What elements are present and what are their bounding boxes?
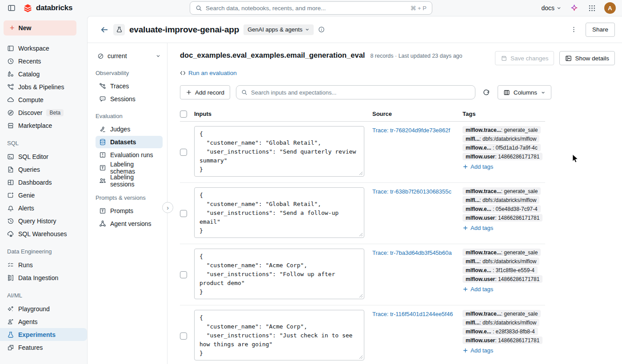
dataset-meta: 8 records · Last updated 23 days ago <box>370 53 462 59</box>
tag-pill[interactable]: mlflow.e... : 05e48d38-7c97-4 <box>463 205 541 213</box>
subnav-item-prompts[interactable]: Prompts <box>96 205 163 217</box>
sidebar-item-discover[interactable]: Discover Beta <box>0 106 87 119</box>
tag-pill[interactable]: mlflow.user: 14866286171781 <box>463 153 542 160</box>
tag-key: mlflow.trace... <box>466 188 501 194</box>
tag-pill[interactable]: mlflow.user: 14866286171781 <box>463 275 542 283</box>
add-tags-link[interactable]: Add tags <box>463 286 493 293</box>
trace-link[interactable]: Trace: tr-7ba3d64db3f545b60a <box>372 249 452 256</box>
tag-pill[interactable]: mlflow.e... : e28f383d-8fb8-4 <box>463 328 538 335</box>
sidebar-item-agents[interactable]: Agents <box>0 315 87 328</box>
current-version-dropdown[interactable]: current <box>96 49 163 63</box>
workspace-icon <box>7 45 14 52</box>
subnav-item-agent-versions[interactable]: Agent versions <box>96 218 163 230</box>
databricks-logo[interactable]: databricks <box>23 4 72 13</box>
sidebar-item-marketplace[interactable]: Marketplace <box>0 119 87 132</box>
docs-dropdown[interactable]: docs <box>541 4 562 12</box>
trace-link[interactable]: Trace: tr-768204d9fde73e862f <box>372 127 450 134</box>
new-button[interactable]: + New <box>4 20 76 36</box>
plus-icon <box>186 89 192 95</box>
sidebar-item-compute[interactable]: Compute <box>0 93 87 106</box>
subnav-item-datasets[interactable]: Datasets <box>96 136 163 148</box>
sidebar-item-sql-editor[interactable]: SQL Editor <box>0 150 87 163</box>
column-header-inputs: Inputs <box>194 111 372 117</box>
subnav-item-judges[interactable]: Judges <box>96 123 163 135</box>
sidebar-item-queries[interactable]: Queries <box>0 163 87 176</box>
apps-grid-button[interactable] <box>586 3 597 13</box>
columns-label: Columns <box>514 89 537 96</box>
subnav-item-labeling-schemas[interactable]: Labeling schemas <box>96 162 163 174</box>
show-details-button[interactable]: Show details <box>559 51 615 65</box>
records-search-input[interactable] <box>251 89 470 96</box>
sidebar-item-alerts[interactable]: Alerts <box>0 202 87 214</box>
tag-pill[interactable]: mlflow.e... : 0f5d1a1d-7a9f-4c <box>463 144 541 151</box>
columns-button[interactable]: Columns <box>498 85 551 99</box>
row-checkbox[interactable] <box>180 149 187 156</box>
sidebar-item-recents[interactable]: Recents <box>0 55 87 67</box>
tag-pill[interactable]: mlfl...: dbfs:/databricks/mlflow <box>463 135 539 142</box>
sidebar-item-label: Experiments <box>18 331 56 338</box>
subnav-item-labeling-sessions[interactable]: Labeling sessions <box>96 174 163 187</box>
input-json-editor[interactable]: { "customer_name": "Acme Corp", "user_in… <box>194 249 364 299</box>
experiment-type-badge[interactable]: GenAI apps & agents <box>243 24 314 35</box>
sidebar-item-query-history[interactable]: Query History <box>0 214 87 227</box>
trace-link[interactable]: Trace: tr-638b7f26013068355c <box>372 188 451 195</box>
tag-pill[interactable]: mlflow.trace...: generate_sale <box>463 126 541 134</box>
tag-pill[interactable]: mlflow.user: 14866286171781 <box>463 336 542 344</box>
sidebar-toggle-button[interactable] <box>6 3 17 13</box>
run-evaluation-link[interactable]: Run an evaluation <box>180 70 622 76</box>
tag-pill[interactable]: mlfl...: dbfs:/databricks/mlflow <box>463 319 539 326</box>
add-tags-link[interactable]: Add tags <box>463 347 493 354</box>
subnav-item-traces[interactable]: Traces <box>96 80 163 92</box>
tag-pill[interactable]: mlflow.trace...: generate_sale <box>463 187 541 195</box>
sidebar-item-playground[interactable]: Playground <box>0 302 87 315</box>
records-search[interactable] <box>236 85 475 99</box>
kebab-icon <box>570 26 577 33</box>
sidebar-item-catalog[interactable]: Catalog <box>0 67 87 80</box>
tag-pill[interactable]: mlflow.trace...: generate_sale <box>463 310 541 317</box>
add-tags-link[interactable]: Add tags <box>463 163 493 170</box>
save-changes-button[interactable]: Save changes <box>495 51 554 65</box>
tag-value: generate_sale <box>504 127 538 133</box>
row-checkbox[interactable] <box>180 332 187 340</box>
tag-pill[interactable]: mlfl...: dbfs:/databricks/mlflow <box>463 257 539 265</box>
tag-pill[interactable]: mlflow.trace...: generate_sale <box>463 249 541 256</box>
tag-pill[interactable]: mlfl...: dbfs:/databricks/mlflow <box>463 196 539 204</box>
info-icon[interactable] <box>318 26 325 33</box>
avatar[interactable]: A <box>604 2 616 14</box>
add-record-button[interactable]: Add record <box>180 85 230 99</box>
sidebar-item-dashboards[interactable]: Dashboards <box>0 176 87 189</box>
sidebar-item-runs[interactable]: Runs <box>0 258 87 271</box>
input-json-editor[interactable]: { "customer_name": "Global Retail", "use… <box>194 187 364 238</box>
select-all-checkbox[interactable] <box>180 111 187 118</box>
row-checkbox[interactable] <box>180 271 187 278</box>
sidebar-item-features[interactable]: Features <box>0 341 87 354</box>
refresh-button[interactable] <box>481 87 492 98</box>
sidebar-item-experiments[interactable]: Experiments <box>0 328 87 341</box>
global-search-input[interactable] <box>206 5 407 12</box>
sidebar-item-label: Jobs & Pipelines <box>18 83 64 91</box>
sidebar-item-data-ingestion[interactable]: Data Ingestion <box>0 271 87 284</box>
experiment-subnav: current Observability Traces Sessions Ev… <box>88 43 167 364</box>
assistant-button[interactable] <box>569 3 579 13</box>
bell-icon <box>7 205 14 212</box>
sidebar-item-workspace[interactable]: Workspace <box>0 42 87 55</box>
subnav-item-sessions[interactable]: Sessions <box>96 93 163 105</box>
input-json-editor[interactable]: { "customer_name": "Acme Corp", "user_in… <box>194 310 364 360</box>
kebab-menu-button[interactable] <box>569 24 579 35</box>
sidebar-item-genie[interactable]: Genie <box>0 189 87 202</box>
back-button[interactable] <box>100 25 109 34</box>
input-json-editor[interactable]: { "customer_name": "Global Retail", "use… <box>194 126 364 177</box>
tag-pill[interactable]: mlflow.e... : 3f1c8f8e-e559-4 <box>463 266 538 274</box>
subnav-item-evaluation-runs[interactable]: Evaluation runs <box>96 149 163 161</box>
sidebar-item-sql-warehouses[interactable]: SQL Warehouses <box>0 227 87 240</box>
subnav-expand-button[interactable]: › <box>162 202 173 213</box>
row-checkbox[interactable] <box>180 210 187 217</box>
global-search[interactable]: ⌘ + P <box>190 1 432 15</box>
trace-link[interactable]: Trace: tr-116f5401d1244ee5f46 <box>372 311 453 317</box>
tag-pill[interactable]: mlflow.user: 14866286171781 <box>463 214 542 222</box>
add-tags-link[interactable]: Add tags <box>463 225 493 231</box>
sidebar-item-jobs-pipelines[interactable]: Jobs & Pipelines <box>0 80 87 93</box>
share-button[interactable]: Share <box>586 23 615 37</box>
sidebar-item-label: Data Ingestion <box>18 274 58 281</box>
traces-icon <box>99 83 106 90</box>
